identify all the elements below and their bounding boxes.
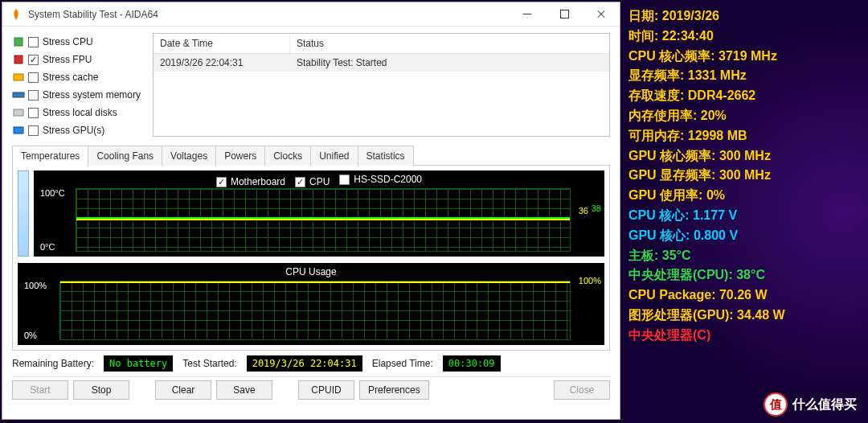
tab-voltages[interactable]: Voltages bbox=[162, 146, 216, 166]
stat-line-8: GPU 显存频率: 300 MHz bbox=[628, 166, 860, 186]
legend-checkbox-1[interactable] bbox=[295, 177, 305, 187]
stress-checkbox-4[interactable] bbox=[28, 108, 39, 118]
tab-body: MotherboardCPUHS-SSD-C2000 100°C 0°C 36 … bbox=[12, 165, 610, 351]
color-scale-bar bbox=[18, 170, 29, 257]
window-title: System Stability Test - AIDA64 bbox=[28, 9, 158, 20]
aida64-window: System Stability Test - AIDA64 Stress CP… bbox=[2, 2, 620, 420]
stat-line-11: GPU 核心: 0.800 V bbox=[628, 226, 860, 246]
svg-rect-4 bbox=[14, 109, 23, 116]
cache-small-icon bbox=[12, 72, 25, 83]
stat-line-15: 图形处理器(GPU): 34.48 W bbox=[628, 306, 860, 326]
legend-item-0: Motherboard bbox=[216, 176, 285, 187]
app-icon bbox=[10, 8, 23, 21]
stress-label-3: Stress system memory bbox=[43, 89, 141, 101]
fpu-small-icon bbox=[12, 54, 25, 65]
stress-checkbox-0[interactable] bbox=[28, 37, 39, 47]
log-cell-datetime: 2019/3/26 22:04:31 bbox=[154, 54, 290, 72]
stat-line-12: 主板: 35°C bbox=[628, 246, 860, 266]
save-button[interactable]: Save bbox=[216, 380, 272, 400]
maximize-button[interactable] bbox=[546, 2, 583, 27]
tab-statistics[interactable]: Statistics bbox=[358, 146, 414, 166]
started-label: Test Started: bbox=[182, 358, 236, 369]
stress-item-2: Stress cache bbox=[12, 68, 153, 86]
legend-checkbox-2[interactable] bbox=[339, 175, 350, 185]
log-header-status[interactable]: Status bbox=[290, 34, 330, 53]
tab-cooling-fans[interactable]: Cooling Fans bbox=[88, 146, 162, 166]
legend-checkbox-0[interactable] bbox=[216, 177, 227, 187]
tab-powers[interactable]: Powers bbox=[215, 146, 265, 166]
stress-checkbox-2[interactable] bbox=[28, 72, 39, 83]
stat-line-9: GPU 使用率: 0% bbox=[628, 186, 860, 206]
tab-strip: TemperaturesCooling FansVoltagesPowersCl… bbox=[12, 145, 610, 165]
tab-clocks[interactable]: Clocks bbox=[264, 146, 311, 166]
legend-label-0: Motherboard bbox=[231, 176, 285, 187]
stress-checkbox-3[interactable] bbox=[28, 90, 39, 101]
stress-item-0: Stress CPU bbox=[12, 33, 153, 51]
stat-line-2: CPU 核心频率: 3719 MHz bbox=[628, 47, 860, 67]
stress-item-5: Stress GPU(s) bbox=[12, 121, 153, 139]
stress-label-2: Stress cache bbox=[43, 72, 98, 83]
stat-line-16: 中央处理器(C) bbox=[628, 326, 860, 346]
stress-options: Stress CPUStress FPUStress cacheStress s… bbox=[12, 33, 153, 140]
close-window-button[interactable] bbox=[583, 2, 620, 27]
cpu-readout: 100% bbox=[579, 276, 601, 285]
stress-checkbox-1[interactable] bbox=[28, 55, 39, 65]
started-value: 2019/3/26 22:04:31 bbox=[247, 355, 362, 372]
tab-unified[interactable]: Unified bbox=[310, 146, 358, 166]
watermark-badge-icon: 值 bbox=[764, 392, 788, 417]
overlay-stats: 日期: 2019/3/26时间: 22:34:40CPU 核心频率: 3719 … bbox=[620, 0, 868, 423]
minimize-button[interactable] bbox=[509, 2, 546, 27]
stat-line-10: CPU 核心: 1.177 V bbox=[628, 206, 860, 226]
status-row: Remaining Battery: No battery Test Start… bbox=[12, 355, 610, 372]
svg-rect-3 bbox=[13, 92, 24, 97]
legend-item-1: CPU bbox=[295, 176, 330, 187]
stop-button[interactable]: Stop bbox=[73, 380, 129, 400]
stress-label-5: Stress GPU(s) bbox=[43, 125, 104, 136]
svg-rect-5 bbox=[14, 127, 23, 133]
close-button[interactable]: Close bbox=[554, 380, 610, 400]
stress-item-3: Stress system memory bbox=[12, 86, 153, 104]
stress-item-1: Stress FPU bbox=[12, 51, 153, 68]
cpu-ybot: 0% bbox=[24, 331, 47, 340]
temp-readout-mb: 36 bbox=[579, 207, 588, 216]
svg-rect-0 bbox=[14, 38, 23, 46]
svg-rect-2 bbox=[14, 74, 23, 80]
temp-ytop: 100°C bbox=[40, 188, 65, 198]
tab-temperatures[interactable]: Temperatures bbox=[12, 146, 88, 166]
gpu-small-icon bbox=[12, 125, 25, 136]
stat-line-14: CPU Package: 70.26 W bbox=[628, 285, 860, 306]
stress-checkbox-5[interactable] bbox=[28, 125, 39, 136]
stat-line-1: 时间: 22:34:40 bbox=[628, 27, 860, 47]
stat-line-4: 存取速度: DDR4-2662 bbox=[628, 86, 860, 106]
ram-small-icon bbox=[12, 89, 25, 101]
stress-item-4: Stress local disks bbox=[12, 104, 153, 121]
cpuid-button[interactable]: CPUID bbox=[298, 380, 354, 400]
elapsed-label: Elapsed Time: bbox=[372, 358, 433, 369]
temp-readout-cpu: 38 bbox=[592, 204, 601, 214]
stat-line-5: 内存使用率: 20% bbox=[628, 106, 860, 126]
preferences-button[interactable]: Preferences bbox=[359, 380, 429, 400]
battery-value: No battery bbox=[104, 355, 173, 372]
legend-label-2: HS-SSD-C2000 bbox=[354, 174, 422, 185]
log-cell-status: Stability Test: Started bbox=[290, 54, 394, 72]
clear-button[interactable]: Clear bbox=[155, 380, 211, 400]
stat-line-7: GPU 核心频率: 300 MHz bbox=[628, 146, 860, 166]
stat-line-3: 显存频率: 1331 MHz bbox=[628, 66, 860, 86]
start-button[interactable]: Start bbox=[12, 380, 68, 400]
cpu-small-icon bbox=[12, 36, 25, 47]
watermark: 值 什么值得买 bbox=[764, 392, 857, 417]
log-row[interactable]: 2019/3/26 22:04:31 Stability Test: Start… bbox=[154, 54, 609, 72]
stress-label-0: Stress CPU bbox=[43, 36, 93, 47]
log-table: Date & Time Status 2019/3/26 22:04:31 St… bbox=[153, 33, 610, 137]
log-header-datetime[interactable]: Date & Time bbox=[154, 34, 290, 53]
temperature-chart: MotherboardCPUHS-SSD-C2000 100°C 0°C 36 … bbox=[34, 170, 604, 257]
button-row: Start Stop Clear Save CPUID Preferences … bbox=[12, 376, 610, 403]
legend-label-1: CPU bbox=[309, 176, 330, 187]
battery-label: Remaining Battery: bbox=[12, 358, 94, 369]
stress-label-4: Stress local disks bbox=[43, 107, 117, 118]
legend-item-2: HS-SSD-C2000 bbox=[339, 174, 422, 185]
titlebar[interactable]: System Stability Test - AIDA64 bbox=[2, 2, 620, 27]
temp-ybot: 0°C bbox=[40, 242, 65, 252]
cpu-usage-chart: CPU Usage 100% 0% 100% bbox=[18, 263, 604, 345]
stat-line-6: 可用内存: 12998 MB bbox=[628, 126, 860, 146]
